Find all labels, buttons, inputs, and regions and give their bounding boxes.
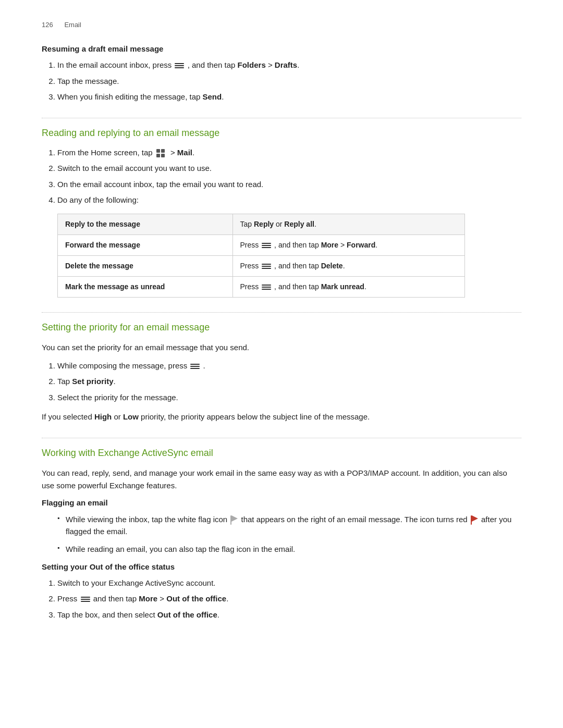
section4-heading: Working with Exchange ActiveSync email: [42, 448, 521, 459]
list-item: In the email account inbox, press , and …: [57, 59, 521, 71]
menu-icon: [190, 362, 200, 370]
divider: [42, 312, 521, 313]
menu-icon: [262, 262, 271, 270]
svg-rect-1: [161, 149, 165, 153]
page-number-line: 126 Email: [42, 21, 521, 29]
table-cell-action: Delete the message: [58, 255, 233, 276]
flag-white-icon: [230, 515, 238, 525]
svg-rect-2: [156, 154, 160, 157]
section3-heading: Setting the priority for an email messag…: [42, 322, 521, 333]
out-of-office-steps: Switch to your Exchange ActiveSync accou…: [57, 577, 521, 621]
section3-steps: While composing the message, press . Tap…: [57, 360, 521, 404]
section2-steps: From the Home screen, tap > Mail. Switch…: [57, 147, 521, 206]
menu-icon: [81, 596, 90, 603]
svg-marker-7: [472, 515, 478, 522]
list-item: While viewing the inbox, tap the white f…: [57, 513, 521, 538]
out-of-office-subheading: Setting your Out of the office status: [42, 562, 521, 571]
page-number: 126: [42, 21, 53, 29]
table-cell-instruction: Press , and then tap More > Forward.: [232, 235, 464, 255]
list-item: Do any of the following:: [57, 194, 521, 206]
divider: [42, 118, 521, 118]
svg-rect-6: [471, 515, 472, 525]
menu-icon: [262, 241, 271, 249]
list-item: On the email account inbox, tap the emai…: [57, 179, 521, 191]
table-cell-instruction: Tap Reply or Reply all.: [232, 214, 464, 235]
list-item: When you finish editing the message, tap…: [57, 91, 521, 103]
table-cell-instruction: Press , and then tap Mark unread.: [232, 276, 464, 297]
menu-icon: [175, 62, 184, 70]
flagging-list: While viewing the inbox, tap the white f…: [57, 513, 521, 555]
svg-rect-3: [161, 154, 165, 157]
list-item: Switch to your Exchange ActiveSync accou…: [57, 577, 521, 589]
svg-rect-0: [156, 149, 160, 153]
page-section: Email: [64, 21, 81, 29]
table-row: Forward the message Press , and then tap…: [58, 235, 465, 255]
svg-rect-4: [230, 515, 231, 525]
list-item: Press and then tap More > Out of the off…: [57, 593, 521, 605]
table-cell-action: Forward the message: [58, 235, 233, 255]
action-table: Reply to the message Tap Reply or Reply …: [57, 214, 465, 298]
grid-icon: [156, 149, 167, 158]
list-item: While reading an email, you can also tap…: [57, 543, 521, 555]
divider: [42, 438, 521, 438]
section1-steps: In the email account inbox, press , and …: [57, 59, 521, 103]
table-cell-action: Reply to the message: [58, 214, 233, 235]
flagging-subheading: Flagging an email: [42, 498, 521, 507]
list-item: Switch to the email account you want to …: [57, 163, 521, 175]
section1-heading: Resuming a draft email message: [42, 44, 521, 53]
list-item: Select the priority for the message.: [57, 392, 521, 404]
list-item: While composing the message, press .: [57, 360, 521, 372]
table-cell-action: Mark the message as unread: [58, 276, 233, 297]
list-item: Tap Set priority.: [57, 376, 521, 388]
table-row: Reply to the message Tap Reply or Reply …: [58, 214, 465, 235]
svg-marker-5: [231, 515, 238, 522]
section3-note: If you selected High or Low priority, th…: [42, 411, 521, 423]
list-item: Tap the message.: [57, 76, 521, 88]
table-cell-instruction: Press , and then tap Delete.: [232, 255, 464, 276]
list-item: From the Home screen, tap > Mail.: [57, 147, 521, 159]
menu-icon: [262, 283, 271, 291]
list-item: Tap the box, and then select Out of the …: [57, 609, 521, 621]
table-row: Delete the message Press , and then tap …: [58, 255, 465, 276]
table-row: Mark the message as unread Press , and t…: [58, 276, 465, 297]
section2-heading: Reading and replying to an email message: [42, 128, 521, 139]
flag-red-icon: [471, 515, 478, 525]
section4-intro: You can read, reply, send, and manage yo…: [42, 467, 521, 492]
section3-intro: You can set the priority for an email me…: [42, 341, 521, 354]
